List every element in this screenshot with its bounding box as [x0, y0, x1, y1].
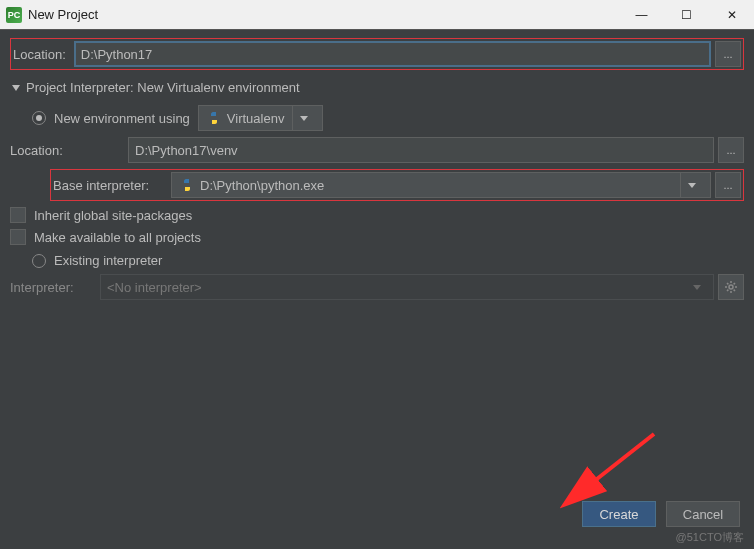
virtualenv-label: Virtualenv [227, 111, 285, 126]
create-button[interactable]: Create [582, 501, 656, 527]
watermark: @51CTO博客 [676, 530, 744, 545]
make-available-label: Make available to all projects [34, 230, 201, 245]
existing-interpreter-label: Existing interpreter [54, 253, 162, 268]
location-highlight: Location: ... [10, 38, 744, 70]
python-icon [207, 111, 221, 125]
titlebar: PC New Project — ☐ ✕ [0, 0, 754, 30]
env-location-label: Location: [10, 143, 128, 158]
location-browse-button[interactable]: ... [715, 41, 741, 67]
new-env-radio[interactable] [32, 111, 46, 125]
window-title: New Project [28, 7, 98, 22]
cancel-button[interactable]: Cancel [666, 501, 740, 527]
interpreter-label: Interpreter: [10, 280, 100, 295]
env-location-input[interactable] [128, 137, 714, 163]
inherit-label: Inherit global site-packages [34, 208, 192, 223]
svg-line-2 [569, 434, 654, 501]
base-interpreter-label: Base interpreter: [53, 178, 171, 193]
interpreter-section-title: Project Interpreter: New Virtualenv envi… [26, 80, 300, 95]
inherit-checkbox[interactable] [10, 207, 26, 223]
existing-interpreter-radio[interactable] [32, 254, 46, 268]
base-interpreter-dropdown-arrow[interactable] [680, 173, 702, 197]
gear-icon [724, 280, 738, 294]
close-button[interactable]: ✕ [709, 0, 754, 30]
maximize-button[interactable]: ☐ [664, 0, 709, 30]
interpreter-value: <No interpreter> [107, 280, 687, 295]
interpreter-settings-button[interactable] [718, 274, 744, 300]
interpreter-section-header[interactable]: Project Interpreter: New Virtualenv envi… [12, 80, 744, 95]
base-interpreter-dropdown[interactable]: D:\Python\python.exe [171, 172, 711, 198]
virtualenv-dropdown[interactable]: Virtualenv [198, 105, 324, 131]
new-env-label: New environment using [54, 111, 190, 126]
make-available-checkbox[interactable] [10, 229, 26, 245]
interpreter-dropdown-disabled: <No interpreter> [100, 274, 714, 300]
base-interpreter-value: D:\Python\python.exe [200, 178, 672, 193]
svg-point-0 [729, 285, 733, 289]
env-location-browse-button[interactable]: ... [718, 137, 744, 163]
virtualenv-dropdown-arrow[interactable] [292, 106, 314, 130]
app-icon: PC [6, 7, 22, 23]
base-interpreter-browse-button[interactable]: ... [715, 172, 741, 198]
python-icon [180, 178, 194, 192]
chevron-down-icon [12, 85, 20, 91]
minimize-button[interactable]: — [619, 0, 664, 30]
location-label: Location: [13, 47, 66, 62]
location-input[interactable] [74, 41, 711, 67]
